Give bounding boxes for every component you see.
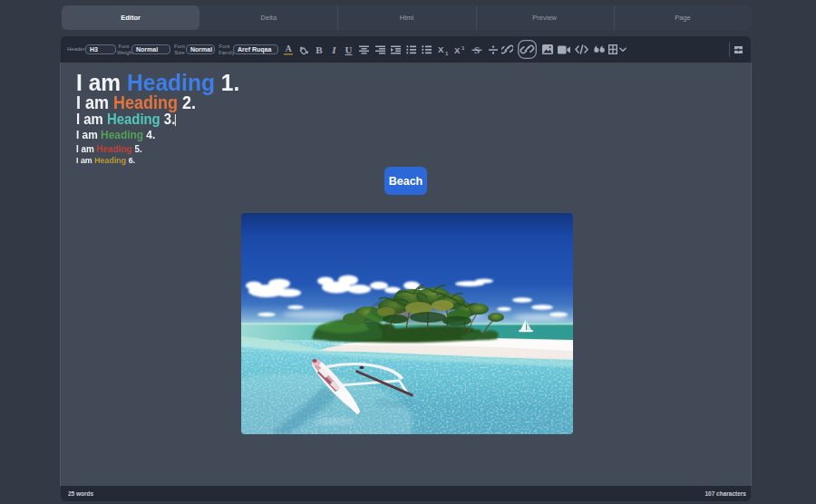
svg-text:1: 1 [461,44,465,50]
svg-text:X: X [454,45,461,55]
svg-text:X: X [438,44,444,54]
svg-text:1: 1 [445,50,449,55]
svg-text:A: A [285,44,292,53]
